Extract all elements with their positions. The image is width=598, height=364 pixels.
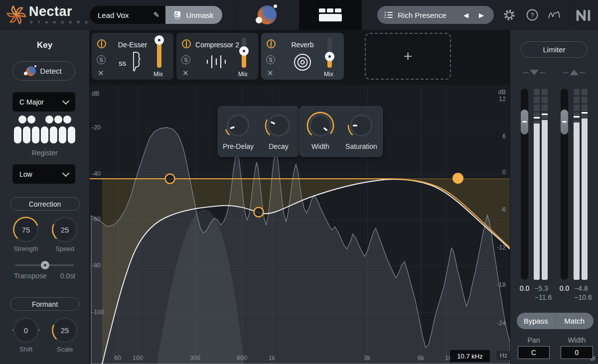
- axis-label: -80: [92, 262, 101, 269]
- speed-knob[interactable]: 25: [51, 216, 79, 243]
- transpose-value: 0.0st: [60, 272, 75, 280]
- pan-label: Pan: [518, 336, 550, 344]
- spectrum-display[interactable]: dB -20 -40 -60 -80 -100 dB 12 6 0 -6 -12…: [90, 85, 510, 364]
- preset-list-icon: [384, 11, 393, 19]
- chevron-down-icon: [62, 97, 69, 104]
- mix-slider-handle[interactable]: [239, 46, 249, 56]
- axis-label: dB: [498, 89, 506, 96]
- formant-label: Formant: [32, 300, 58, 308]
- module-card-de-esser[interactable]: De-Esser S ✕ ss Mix: [92, 33, 173, 80]
- detect-button[interactable]: Detect: [12, 61, 75, 81]
- resize-handle[interactable]: [589, 355, 596, 362]
- scale-knob[interactable]: 25: [51, 316, 79, 344]
- axis-label: 12: [499, 96, 506, 103]
- solo-icon[interactable]: S: [266, 55, 275, 64]
- correction-label: Correction: [29, 200, 61, 208]
- pan-value-box[interactable]: C: [518, 346, 550, 359]
- speed-label: Speed: [48, 245, 82, 252]
- reverb-icon: [293, 52, 312, 72]
- detect-orb-icon: [26, 66, 36, 76]
- speed-value: 25: [51, 216, 79, 243]
- strength-knob[interactable]: 75: [12, 216, 40, 243]
- strength-value: 75: [12, 216, 40, 243]
- formant-section-button[interactable]: Formant: [10, 297, 80, 311]
- assistant-orb-icon[interactable]: [258, 5, 277, 24]
- meters: [510, 89, 598, 280]
- scale-value: 25: [51, 316, 79, 344]
- solo-icon[interactable]: S: [181, 55, 190, 64]
- axis-label: -60: [92, 216, 101, 223]
- output-gain-fader-handle[interactable]: [561, 110, 568, 134]
- close-icon[interactable]: ✕: [267, 69, 274, 78]
- scale-label: Scale: [48, 346, 82, 353]
- input-gain-fader[interactable]: [521, 89, 528, 280]
- reverb-card-tone: Width Saturation: [299, 106, 383, 157]
- module-card-compressor[interactable]: Compressor 2 S ✕ Mix: [176, 33, 258, 80]
- output-gain-fader[interactable]: [561, 89, 568, 280]
- input-gain-fader-handle[interactable]: [521, 110, 528, 134]
- match-button[interactable]: Match: [555, 313, 594, 329]
- signature-squiggle-icon[interactable]: [547, 8, 561, 22]
- freq-tick: 600: [237, 355, 247, 362]
- input-meter-left: [534, 89, 540, 280]
- product-name: Nectar: [29, 4, 72, 19]
- bypass-button[interactable]: Bypass: [517, 313, 555, 329]
- preset-name: Rich Presence: [398, 11, 456, 19]
- mix-slider-handle[interactable]: [325, 52, 334, 61]
- preset-next-button[interactable]: ▶: [476, 11, 487, 19]
- input-rms-value: −11.6: [530, 293, 556, 301]
- preset-prev-button[interactable]: ◀: [460, 11, 471, 19]
- reverb-controls-panel: Pre-Delay Decay: [218, 106, 383, 157]
- tab-modules-view[interactable]: [299, 0, 362, 30]
- input-peak-value: −5.3: [531, 284, 551, 292]
- output-meter-right: [582, 89, 588, 280]
- solo-icon[interactable]: S: [97, 55, 106, 64]
- shift-value: 0: [12, 316, 40, 344]
- shift-knob[interactable]: 0: [12, 316, 40, 344]
- key-dropdown[interactable]: C Major: [12, 92, 75, 112]
- transpose-slider-handle[interactable]: [41, 261, 49, 269]
- strength-label: Strength: [9, 245, 43, 252]
- track-name-input[interactable]: Lead Vox ✎: [90, 6, 165, 24]
- reverb-card-time: Pre-Delay Decay: [218, 106, 299, 157]
- track-name-value: Lead Vox: [98, 11, 129, 19]
- correction-section-button[interactable]: Correction: [10, 197, 80, 211]
- axis-label: -40: [92, 170, 101, 177]
- eq-node-active: [452, 173, 463, 184]
- limiter-button[interactable]: Limiter: [521, 41, 588, 58]
- threshold-marker-down[interactable]: [523, 69, 545, 77]
- saturation-knob[interactable]: [345, 110, 377, 141]
- bypass-match-buttons: Bypass Match: [517, 313, 594, 329]
- chevron-down-icon: [62, 169, 69, 176]
- module-card-reverb[interactable]: Reverb S ✕ Mix: [261, 33, 344, 80]
- pre-delay-knob[interactable]: [222, 110, 254, 141]
- settings-gear-icon[interactable]: [502, 8, 516, 22]
- eq-node-2: [254, 208, 264, 217]
- preset-selector[interactable]: Rich Presence ◀ ▶: [377, 6, 494, 24]
- toolbar-divider-2: [569, 4, 570, 26]
- decay-label: Decay: [256, 142, 301, 150]
- mix-slider-handle[interactable]: [154, 35, 164, 45]
- register-label: Register: [0, 149, 89, 157]
- freq-tick: 1k: [269, 355, 275, 362]
- plus-icon: +: [404, 48, 413, 65]
- register-dropdown[interactable]: Low: [12, 164, 75, 184]
- close-icon[interactable]: ✕: [98, 69, 104, 78]
- product-edition: S T A N D A R D: [30, 20, 90, 24]
- decay-knob[interactable]: [263, 110, 295, 141]
- unmask-button[interactable]: Unmask: [165, 6, 222, 24]
- mix-label: Mix: [153, 71, 163, 78]
- help-icon[interactable]: ?: [525, 8, 539, 22]
- close-icon[interactable]: ✕: [182, 69, 189, 78]
- freq-tick: 100: [133, 355, 143, 362]
- axis-label: -18: [497, 281, 506, 288]
- axis-label: -20: [92, 124, 101, 131]
- svg-text:ss: ss: [119, 59, 126, 67]
- hz-unit-label: Hz: [496, 351, 511, 360]
- add-module-button[interactable]: +: [365, 33, 451, 80]
- width-knob[interactable]: [304, 110, 336, 141]
- edit-pencil-icon[interactable]: ✎: [153, 10, 159, 19]
- axis-label: -100: [92, 309, 104, 316]
- module-chain: De-Esser S ✕ ss Mix Compressor 2 S ✕: [90, 30, 510, 85]
- threshold-marker-up[interactable]: [563, 69, 585, 77]
